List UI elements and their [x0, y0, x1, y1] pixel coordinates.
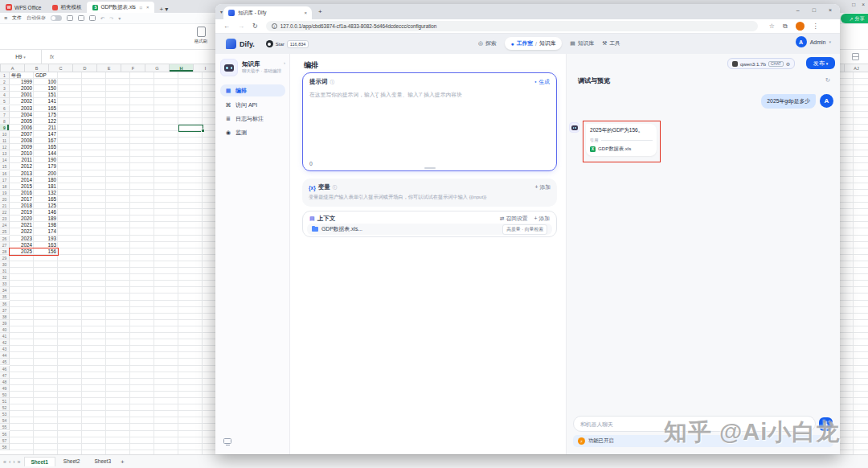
- first-sheet-icon[interactable]: «: [3, 459, 6, 465]
- row-header-2[interactable]: 2: [0, 79, 10, 85]
- grid-cell[interactable]: 150: [34, 85, 58, 92]
- refresh-icon[interactable]: ↻: [252, 23, 258, 30]
- grid-cell[interactable]: 年份: [10, 72, 34, 79]
- grid-cell[interactable]: 2011: [10, 157, 34, 163]
- citation-file[interactable]: X GDP数据表.xls: [590, 146, 653, 153]
- row-header-54[interactable]: 54: [0, 417, 10, 424]
- chat-input[interactable]: [573, 416, 816, 432]
- grid-cell[interactable]: 2000: [10, 85, 34, 92]
- grid-cell[interactable]: 211: [34, 125, 58, 131]
- add-variable-button[interactable]: + 添加: [535, 183, 551, 191]
- grid-cell[interactable]: 2019: [10, 209, 34, 216]
- context-file-row[interactable]: GDP数据表.xls... 高质量 · 向量检索: [307, 224, 552, 235]
- prompt-placeholder[interactable]: 在这里写你的提示词，输入'{' 插入变量、输入'/' 插入提示内容块: [309, 91, 550, 99]
- grid-cell[interactable]: 147: [34, 131, 58, 138]
- add-context-button[interactable]: + 添加: [534, 215, 550, 223]
- row-header-22[interactable]: 22: [0, 209, 10, 216]
- forward-icon[interactable]: →: [238, 23, 244, 30]
- row-header-5[interactable]: 5: [0, 98, 10, 105]
- column-header-H[interactable]: H: [170, 64, 194, 72]
- row-header-19[interactable]: 19: [0, 190, 10, 196]
- add-sheet-button[interactable]: +: [121, 458, 125, 466]
- row-header-16[interactable]: 16: [0, 170, 10, 177]
- grid-cell[interactable]: 151: [34, 92, 58, 98]
- grid-cell[interactable]: 179: [34, 163, 58, 170]
- name-box[interactable]: H9 ▾: [0, 50, 42, 64]
- dify-logo-icon[interactable]: [226, 39, 236, 49]
- row-header-14[interactable]: 14: [0, 157, 10, 163]
- grid-cell[interactable]: 174: [34, 228, 58, 235]
- wps-document-tab[interactable]: S GDP数据表.xls ⌑ ×: [87, 2, 154, 13]
- column-header-I[interactable]: I: [194, 64, 218, 72]
- minimize-icon[interactable]: –: [796, 7, 800, 13]
- nav-explore[interactable]: ◎ 探索: [478, 39, 497, 47]
- grid-cell[interactable]: 2017: [10, 196, 34, 203]
- features-bar[interactable]: ⚡ 功能已开启: [573, 435, 833, 447]
- row-header-52[interactable]: 52: [0, 404, 10, 411]
- sidebar-item-orchestrate[interactable]: ▦ 编排: [220, 84, 285, 96]
- nav-studio-breadcrumb[interactable]: ● 工作室 / 知识库: [505, 37, 563, 50]
- github-star-widget[interactable]: Star 116,834: [266, 40, 309, 48]
- row-header-53[interactable]: 53: [0, 411, 10, 417]
- row-header-17[interactable]: 17: [0, 177, 10, 183]
- grid-cell[interactable]: 2018: [10, 203, 34, 209]
- row-header-42[interactable]: 42: [0, 339, 10, 346]
- wps-window-controls[interactable]: □ ×: [852, 2, 865, 7]
- row-header-26[interactable]: 26: [0, 236, 10, 242]
- export-icon[interactable]: [78, 15, 84, 21]
- close-tab-icon[interactable]: ×: [146, 5, 149, 10]
- row-header-32[interactable]: 32: [0, 274, 10, 281]
- row-header-51[interactable]: 51: [0, 398, 10, 404]
- browser-share-icon[interactable]: ⧉: [783, 23, 788, 31]
- grid-cell[interactable]: 200: [34, 170, 58, 177]
- grid-cell[interactable]: 2001: [10, 92, 34, 98]
- grid-cell[interactable]: 167: [34, 138, 58, 144]
- row-header-23[interactable]: 23: [0, 216, 10, 222]
- grid-cell[interactable]: 2013: [10, 170, 34, 177]
- format-painter-button[interactable]: 格式刷: [190, 27, 212, 44]
- row-header-47[interactable]: 47: [0, 372, 10, 379]
- tab-search-icon[interactable]: ▾: [220, 9, 223, 14]
- wps-close-icon[interactable]: ×: [862, 2, 865, 7]
- grid-cell[interactable]: GDP: [34, 72, 58, 79]
- row-header-40[interactable]: 40: [0, 326, 10, 333]
- sheet-tab-sheet2[interactable]: Sheet2: [57, 457, 87, 466]
- row-header-55[interactable]: 55: [0, 424, 10, 430]
- row-header-33[interactable]: 33: [0, 281, 10, 287]
- browser-menu-icon[interactable]: ⋮: [813, 23, 819, 30]
- app-icon[interactable]: [220, 59, 238, 76]
- row-header-13[interactable]: 13: [0, 150, 10, 157]
- row-header-4[interactable]: 4: [0, 92, 10, 98]
- row-header-29[interactable]: 29: [0, 255, 10, 261]
- row-header-11[interactable]: 11: [0, 138, 10, 144]
- row-header-45[interactable]: 45: [0, 359, 10, 365]
- row-header-8[interactable]: 8: [0, 118, 10, 125]
- column-header-D[interactable]: D: [73, 64, 97, 72]
- row-header-10[interactable]: 10: [0, 131, 10, 138]
- generate-button[interactable]: ⋆ 生成: [534, 78, 550, 86]
- grid-cell[interactable]: 2006: [10, 125, 34, 131]
- close-tab-icon[interactable]: ×: [304, 10, 307, 15]
- row-header-49[interactable]: 49: [0, 385, 10, 392]
- file-menu[interactable]: 文件: [12, 14, 22, 22]
- row-header-36[interactable]: 36: [0, 301, 10, 307]
- row-header-44[interactable]: 44: [0, 352, 10, 359]
- row-header-39[interactable]: 39: [0, 320, 10, 326]
- wps-home-tab[interactable]: W WPS Office: [0, 2, 47, 13]
- grid-cell[interactable]: 2022: [10, 228, 34, 235]
- table-tools-icon[interactable]: [852, 53, 859, 60]
- undo-icon[interactable]: ↶: [100, 15, 104, 21]
- sheet-tab-sheet1[interactable]: Sheet1: [24, 457, 55, 466]
- next-sheet-icon[interactable]: ›: [13, 459, 14, 465]
- row-header-48[interactable]: 48: [0, 379, 10, 385]
- last-sheet-icon[interactable]: »: [18, 459, 21, 465]
- row-header-34[interactable]: 34: [0, 287, 10, 294]
- row-header-57[interactable]: 57: [0, 437, 10, 444]
- model-selector[interactable]: qwen3:1.7b CHAT ⚙: [727, 58, 795, 69]
- row-header-58[interactable]: 58: [0, 444, 10, 450]
- grid-cell[interactable]: 2002: [10, 98, 34, 105]
- send-icon[interactable]: ▶: [819, 417, 833, 431]
- chevron-down-icon[interactable]: ▾: [118, 15, 121, 21]
- grid-cell[interactable]: 2023: [10, 236, 34, 242]
- row-header-3[interactable]: 3: [0, 85, 10, 92]
